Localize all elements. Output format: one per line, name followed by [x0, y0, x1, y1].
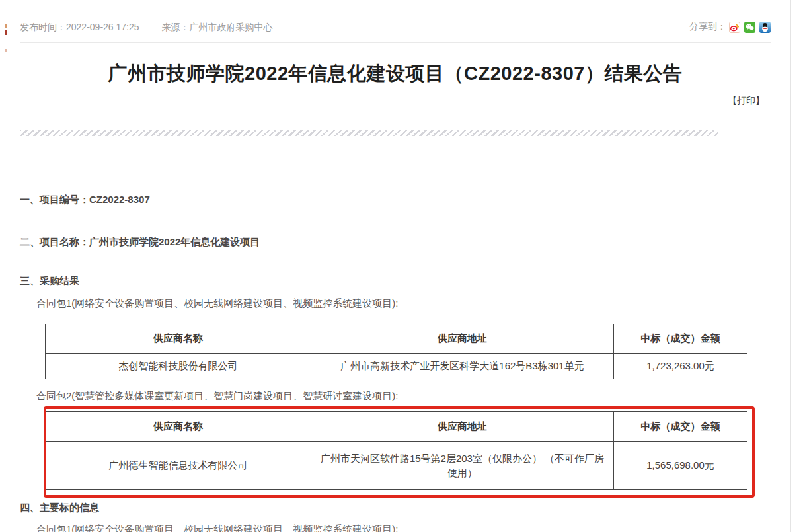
header-award-amount: 中标（成交）金额 — [614, 324, 748, 354]
award-amount-cell: 1,565,698.00元 — [614, 442, 748, 490]
share-label: 分享到： — [689, 21, 726, 33]
award-amount-cell: 1,723,263.00元 — [614, 354, 748, 379]
header-supplier-name: 供应商名称 — [46, 324, 311, 354]
table-header-row: 供应商名称 供应商地址 中标（成交）金额 — [46, 412, 748, 442]
red-artifact-mark — [5, 24, 7, 28]
supplier-address-cell: 广州市天河区软件路15号第2层203室（仅限办公） （不可作厂房使用） — [311, 442, 614, 490]
red-artifact-mark — [5, 30, 7, 35]
announcement-page: 发布时间：2022-09-26 17:25来源：广州市政府采购中心 分享到： — [0, 0, 805, 532]
source-label: 来源： — [162, 22, 190, 32]
table-row: 杰创智能科技股份有限公司 广州市高新技术产业开发区科学大道162号B3栋301单… — [46, 354, 748, 379]
section-main-subject-info: 四、主要标的信息 — [20, 502, 99, 514]
weibo-icon[interactable] — [729, 22, 740, 33]
section-procurement-result: 三、采购结果 — [20, 275, 79, 287]
section-project-name: 二、项目名称：广州市技师学院2022年信息化建设项目 — [20, 236, 260, 248]
content-right-border — [790, 0, 791, 532]
share-bar: 分享到： — [689, 21, 771, 33]
qq-icon[interactable] — [759, 22, 771, 33]
meta-divider — [20, 42, 771, 43]
header-supplier-name: 供应商名称 — [46, 412, 311, 442]
package1-label: 合同包1(网络安全设备购置项目、校园无线网络建设项目、视频监控系统建设项目): — [36, 297, 399, 310]
package2-label: 合同包2(智慧管控多媒体课室更新项目、智慧门岗建设项目、智慧研讨室建设项目): — [36, 390, 399, 402]
page-title: 广州市技师学院2022年信息化建设项目（CZ2022-8307）结果公告 — [0, 61, 790, 87]
meta-bar: 发布时间：2022-09-26 17:25来源：广州市政府采购中心 — [20, 22, 273, 34]
header-supplier-address: 供应商地址 — [311, 412, 614, 442]
wechat-icon[interactable] — [744, 22, 755, 33]
supplier-address-cell: 广州市高新技术产业开发区科学大道162号B3栋301单元 — [311, 354, 614, 379]
table-header-row: 供应商名称 供应商地址 中标（成交）金额 — [46, 324, 748, 354]
supplier-name-cell: 广州德生智能信息技术有限公司 — [46, 442, 311, 490]
print-button[interactable]: 【打印】 — [728, 95, 765, 107]
red-artifact-mark — [5, 49, 7, 52]
header-supplier-address: 供应商地址 — [311, 324, 614, 354]
supplier-name-cell: 杰创智能科技股份有限公司 — [46, 354, 311, 379]
hatched-divider — [20, 130, 718, 136]
publish-time-label: 发布时间： — [20, 22, 66, 32]
header-award-amount: 中标（成交）金额 — [614, 412, 748, 442]
source-value: 广州市政府采购中心 — [190, 22, 273, 32]
table-row: 广州德生智能信息技术有限公司 广州市天河区软件路15号第2层203室（仅限办公）… — [46, 442, 748, 490]
clipped-next-line: 合同包1(网络安全设备购置项目、校园无线网络建设项目、视频监控系统建设项目): — [36, 523, 399, 532]
section-project-number: 一、项目编号：CZ2022-8307 — [20, 194, 150, 206]
package2-table: 供应商名称 供应商地址 中标（成交）金额 广州德生智能信息技术有限公司 广州市天… — [45, 411, 748, 490]
publish-time-value: 2022-09-26 17:25 — [66, 22, 139, 32]
package1-table: 供应商名称 供应商地址 中标（成交）金额 杰创智能科技股份有限公司 广州市高新技… — [45, 324, 748, 379]
